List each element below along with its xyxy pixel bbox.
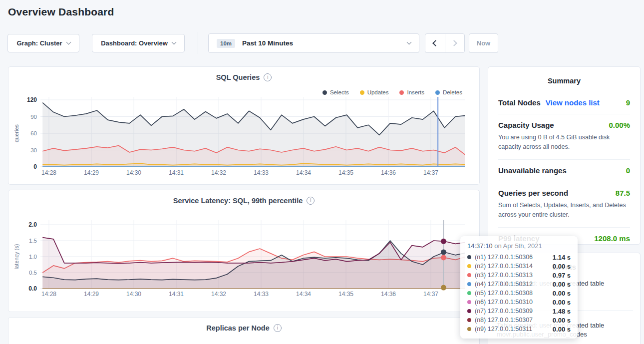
node-color-dot (467, 255, 471, 259)
time-range-label: Past 10 Minutes (242, 39, 293, 47)
tooltip-row: (n4) 127.0.0.1:503120.00 s (467, 280, 571, 289)
summary-row: Queries per second87.5Sum of Selects, Up… (498, 182, 630, 227)
info-icon[interactable] (274, 324, 282, 332)
chevron-down-icon (171, 40, 176, 45)
sql-queries-chart[interactable]: 030609012014:2814:2914:3014:3114:3214:33… (8, 92, 480, 179)
node-latency-value: 0.00 s (553, 281, 571, 288)
chevron-left-icon (432, 40, 439, 46)
dashboard-selector-label: Dashboard: Overview (101, 39, 168, 47)
service-latency-chart[interactable]: 0.00.51.01.52.014:2814:2914:3014:3114:32… (8, 215, 480, 303)
summary-label: Unavailable ranges (498, 166, 567, 175)
svg-text:14:29: 14:29 (84, 169, 99, 176)
summary-value: 1208.0 ms (594, 234, 630, 243)
time-next-button[interactable] (445, 34, 465, 52)
replicas-per-node-card: Replicas per Node (8, 317, 480, 344)
svg-text:120: 120 (27, 96, 37, 103)
node-latency-value: 0.00 s (553, 326, 571, 333)
summary-panel: Summary Total NodesView nodes list9Capac… (488, 66, 641, 245)
svg-text:0.0: 0.0 (28, 285, 37, 292)
summary-rows: Total NodesView nodes list9Capacity Usag… (488, 92, 640, 250)
summary-title: Summary (488, 67, 640, 85)
svg-text:14:37: 14:37 (423, 169, 438, 176)
time-prev-button[interactable] (425, 34, 445, 52)
tooltip-row: (n1) 127.0.0.1:503061.14 s (467, 253, 571, 262)
node-color-dot (467, 309, 471, 313)
node-address: (n5) 127.0.0.1:50308 (475, 290, 533, 297)
summary-row: Capacity Usage0.00%You are using 0 B of … (498, 114, 630, 159)
tooltip-header: 14:37:10 on Apr 5th, 2021 (467, 242, 571, 250)
node-address: (n4) 127.0.0.1:50312 (475, 281, 533, 288)
node-address: (n3) 127.0.0.1:50313 (475, 272, 533, 279)
node-latency-value: 0.97 s (553, 272, 571, 279)
sql-queries-title: SQL Queries (216, 73, 260, 81)
node-latency-value: 0.00 s (553, 317, 571, 324)
svg-text:14:29: 14:29 (84, 291, 99, 298)
svg-text:14:28: 14:28 (41, 291, 56, 298)
svg-text:14:31: 14:31 (169, 169, 184, 176)
node-color-dot (467, 282, 471, 286)
tooltip-row: (n6) 127.0.0.1:503100.00 s (467, 298, 571, 307)
node-address: (n9) 127.0.0.1:50311 (475, 326, 532, 333)
dashboard-selector-button[interactable]: Dashboard: Overview (92, 34, 185, 52)
svg-text:0: 0 (33, 163, 37, 170)
svg-text:14:37: 14:37 (423, 291, 438, 298)
tooltip-row: (n7) 127.0.0.1:503091.48 s (467, 307, 571, 316)
svg-text:60: 60 (30, 130, 37, 136)
node-latency-value: 0.00 s (553, 290, 571, 297)
node-address: (n6) 127.0.0.1:50310 (475, 299, 533, 306)
node-color-dot (467, 318, 471, 322)
summary-row: Total NodesView nodes list9 (498, 92, 630, 114)
time-range-dropdown[interactable]: 10m Past 10 Minutes (208, 33, 419, 53)
svg-text:14:34: 14:34 (296, 169, 311, 176)
node-latency-value: 0.00 s (553, 263, 571, 270)
tooltip-rows: (n1) 127.0.0.1:503061.14 s(n2) 127.0.0.1… (467, 253, 571, 334)
overview-dashboard-page: Overview Dashboard Graph: Cluster Dashbo… (0, 0, 644, 344)
svg-text:14:33: 14:33 (254, 291, 269, 298)
node-color-dot (467, 300, 471, 304)
svg-text:2.0: 2.0 (28, 221, 37, 228)
summary-description: You are using 0 B of 4.5 GiB usable disk… (498, 133, 630, 152)
summary-value: 87.5 (616, 189, 630, 197)
summary-description: Sum of Selects, Updates, Inserts, and De… (498, 201, 630, 220)
service-latency-card: Service Latency: SQL, 99th percentile 0.… (8, 190, 480, 312)
node-color-dot (467, 327, 471, 331)
chevron-down-icon (66, 40, 71, 45)
tooltip-date: on Apr 5th, 2021 (494, 242, 542, 250)
page-title: Overview Dashboard (8, 6, 114, 18)
svg-text:1.5: 1.5 (29, 238, 37, 244)
summary-value: 9 (626, 98, 630, 107)
svg-text:14:36: 14:36 (381, 291, 396, 298)
graph-selector-button[interactable]: Graph: Cluster (7, 34, 79, 52)
svg-text:1.0: 1.0 (29, 254, 37, 260)
svg-text:14:28: 14:28 (41, 169, 56, 176)
now-button[interactable]: Now (469, 33, 498, 53)
info-icon[interactable] (307, 197, 315, 205)
chevron-down-icon (407, 40, 412, 45)
info-icon[interactable] (264, 73, 272, 81)
node-color-dot (467, 291, 471, 295)
sql-queries-card: SQL Queries SelectsUpdatesInsertsDeletes… (8, 66, 480, 185)
tooltip-row: (n9) 127.0.0.1:503110.00 s (467, 325, 571, 334)
tooltip-row: (n2) 127.0.0.1:503140.00 s (467, 262, 571, 271)
chart-hover-tooltip: 14:37:10 on Apr 5th, 2021 (n1) 127.0.0.1… (460, 236, 578, 339)
svg-text:14:36: 14:36 (381, 169, 396, 176)
node-address: (n2) 127.0.0.1:50314 (475, 263, 533, 270)
tooltip-row: (n5) 127.0.0.1:503080.00 s (467, 289, 571, 298)
svg-text:14:32: 14:32 (211, 169, 226, 176)
svg-text:14:30: 14:30 (126, 291, 141, 298)
summary-label: Total Nodes (498, 98, 541, 107)
svg-text:14:33: 14:33 (254, 169, 269, 176)
svg-text:0.5: 0.5 (29, 270, 37, 276)
divider (198, 32, 198, 54)
svg-text:30: 30 (30, 147, 37, 153)
svg-text:14:30: 14:30 (126, 169, 141, 176)
svg-text:queries: queries (13, 124, 19, 142)
graph-selector-label: Graph: Cluster (16, 39, 62, 47)
tooltip-row: (n8) 127.0.0.1:503070.00 s (467, 316, 571, 325)
view-nodes-list-link[interactable]: View nodes list (546, 98, 600, 107)
summary-label: Capacity Usage (498, 121, 554, 129)
summary-value: 0 (626, 166, 630, 175)
replicas-per-node-title: Replicas per Node (206, 324, 270, 332)
node-color-dot (467, 264, 471, 268)
svg-text:14:35: 14:35 (338, 291, 353, 298)
